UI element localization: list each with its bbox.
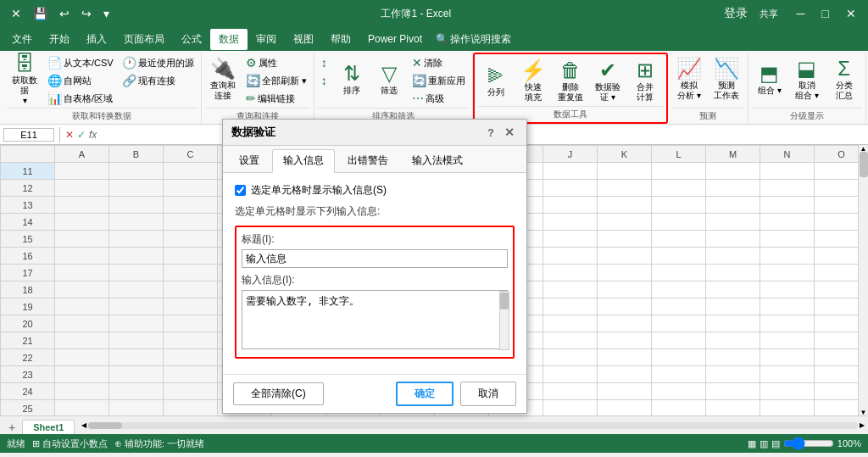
- dialog-body: 选定单元格时显示输入信息(S) 选定单元格时显示下列输入信息: 标题(I): 输…: [223, 173, 526, 374]
- dialog-tab-error-alert[interactable]: 出错警告: [337, 149, 399, 172]
- dialog-footer-right: 确定 取消: [396, 382, 516, 406]
- dialog-tab-input-message[interactable]: 输入信息: [272, 149, 335, 173]
- message-textarea[interactable]: 需要输入数字, 非文字。: [242, 290, 508, 349]
- dialog-tab-ime[interactable]: 输入法模式: [401, 149, 474, 172]
- dialog-help-close: ? ✕: [487, 125, 518, 139]
- clear-all-button[interactable]: 全部清除(C): [233, 382, 324, 405]
- input-message-fields-box: 标题(I): 输入信息(I): 需要输入数字, 非文字。: [235, 226, 515, 359]
- ok-button[interactable]: 确定: [396, 382, 453, 406]
- section-label: 选定单元格时显示下列输入信息:: [235, 204, 515, 219]
- cancel-button[interactable]: 取消: [460, 382, 516, 406]
- textarea-scroll-track: [499, 291, 509, 350]
- dialog-title: 数据验证: [231, 125, 275, 140]
- dialog-close-button[interactable]: ✕: [501, 125, 518, 139]
- title-field-label: 标题(I):: [242, 232, 508, 247]
- dialog-tab-settings[interactable]: 设置: [228, 149, 270, 172]
- message-field-group: 输入信息(I): 需要输入数字, 非文字。: [242, 273, 508, 352]
- dialog-help-button[interactable]: ?: [487, 126, 494, 139]
- dialog-title-bar: 数据验证 ? ✕: [223, 120, 526, 146]
- message-field-label: 输入信息(I):: [242, 273, 508, 287]
- dialog-tabs: 设置 输入信息 出错警告 输入法模式: [223, 146, 526, 173]
- title-field-group: 标题(I):: [242, 232, 508, 268]
- data-validation-dialog: 数据验证 ? ✕ 设置 输入信息 出错警告 输入法模式 选定单元格时显示输入信息…: [222, 119, 527, 414]
- show-input-message-label: 选定单元格时显示输入信息(S): [251, 183, 387, 198]
- dialog-overlay: 数据验证 ? ✕ 设置 输入信息 出错警告 输入法模式 选定单元格时显示输入信息…: [0, 0, 868, 457]
- title-input[interactable]: [242, 249, 508, 268]
- textarea-scroll-thumb[interactable]: [500, 293, 509, 309]
- show-input-message-checkbox[interactable]: [235, 185, 246, 196]
- dialog-footer: 全部清除(C) 确定 取消: [223, 374, 526, 413]
- checkbox-row: 选定单元格时显示输入信息(S): [235, 183, 515, 198]
